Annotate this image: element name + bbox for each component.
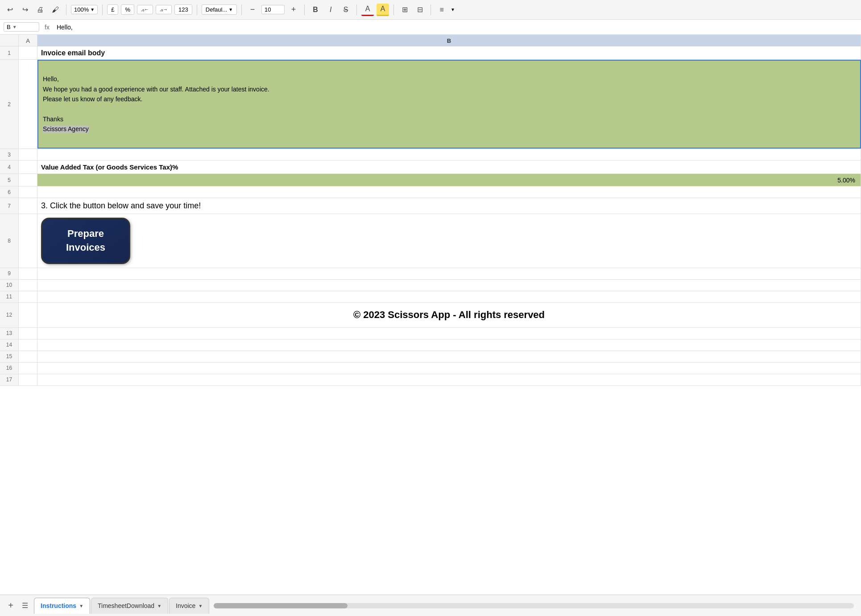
- row-num-14: 14: [0, 339, 19, 351]
- invoice-email-label: Invoice email body: [41, 49, 105, 57]
- percent-label: %: [125, 6, 130, 13]
- cell-b4-vat[interactable]: Value Added Tax (or Goods Services Tax)%: [37, 161, 861, 174]
- cell-a13[interactable]: [19, 328, 37, 339]
- row-num-11: 11: [0, 291, 19, 302]
- bold-btn[interactable]: B: [309, 4, 322, 16]
- row-num-10: 10: [0, 280, 19, 291]
- cell-a15[interactable]: [19, 351, 37, 362]
- percent-btn[interactable]: %: [121, 4, 134, 15]
- table-row: 11: [0, 291, 861, 303]
- strikethrough-btn[interactable]: S: [339, 4, 352, 16]
- fx-label: fx: [42, 24, 52, 31]
- cell-b14[interactable]: [37, 339, 861, 351]
- format-123-label: 123: [178, 6, 188, 13]
- cell-a1[interactable]: [19, 46, 37, 59]
- tab-instructions[interactable]: Instructions ▼: [34, 598, 90, 614]
- font-size-input[interactable]: 10: [261, 5, 285, 14]
- table-row: 5 5.00%: [0, 174, 861, 186]
- cell-b16[interactable]: [37, 363, 861, 374]
- print-icon[interactable]: 🖨: [34, 4, 46, 16]
- table-row: 17: [0, 374, 861, 386]
- dec-increase-btn[interactable]: .₀→: [156, 5, 172, 14]
- cell-a16[interactable]: [19, 363, 37, 374]
- undo-icon[interactable]: ↩: [4, 4, 16, 16]
- font-size-plus-icon[interactable]: +: [287, 4, 300, 16]
- cell-a7[interactable]: [19, 198, 37, 214]
- cell-a2[interactable]: [19, 60, 37, 149]
- cell-b3[interactable]: [37, 149, 861, 160]
- cell-b1[interactable]: Invoice email body: [37, 46, 861, 59]
- font-selector[interactable]: Defaul... ▼: [202, 4, 237, 15]
- cell-a6[interactable]: [19, 186, 37, 198]
- highlight-color-btn[interactable]: A: [377, 4, 389, 16]
- tab-invoice-chevron-icon: ▼: [198, 604, 203, 608]
- currency-btn[interactable]: £: [107, 4, 118, 15]
- dec-decrease-btn[interactable]: .₀←: [137, 5, 153, 14]
- cell-b7-step3[interactable]: 3. Click the button below and save your …: [37, 198, 861, 214]
- row-num-17: 17: [0, 374, 19, 385]
- col-header-b[interactable]: B: [37, 35, 861, 46]
- table-row: 9: [0, 268, 861, 280]
- format-123-btn[interactable]: 123: [174, 4, 192, 15]
- font-label: Defaul...: [206, 6, 227, 13]
- row-num-12: 12: [0, 303, 19, 327]
- align-chevron-icon: ▼: [451, 7, 455, 12]
- table-row: 4 Value Added Tax (or Goods Services Tax…: [0, 161, 861, 174]
- separator-7: [393, 4, 394, 15]
- horizontal-scrollbar[interactable]: [214, 603, 854, 608]
- cell-a3[interactable]: [19, 149, 37, 160]
- redo-icon[interactable]: ↪: [19, 4, 31, 16]
- vat-value: 5.00%: [837, 177, 855, 184]
- font-size-minus-icon[interactable]: −: [246, 4, 259, 16]
- cell-b8-button[interactable]: Prepare Invoices: [37, 214, 861, 268]
- italic-btn[interactable]: I: [324, 4, 337, 16]
- cell-b13[interactable]: [37, 328, 861, 339]
- cell-b2-email[interactable]: Hello, We hope you had a good experience…: [37, 60, 861, 149]
- cell-b5-vat-val[interactable]: 5.00%: [37, 174, 861, 186]
- cell-b12-copyright[interactable]: © 2023 Scissors App - All rights reserve…: [37, 303, 861, 327]
- row-num-5: 5: [0, 174, 19, 186]
- align-btn[interactable]: ≡: [435, 4, 448, 16]
- cell-b6[interactable]: [37, 186, 861, 198]
- cell-a10[interactable]: [19, 280, 37, 291]
- cell-reference-box[interactable]: B ▼: [4, 22, 39, 32]
- add-sheet-button[interactable]: +: [4, 599, 18, 613]
- paint-format-icon[interactable]: 🖌: [49, 4, 62, 16]
- cell-a5[interactable]: [19, 174, 37, 186]
- row-num-1: 1: [0, 46, 19, 59]
- sheet-body: 1 Invoice email body 2 Hello, We hope yo…: [0, 46, 861, 386]
- cell-ref-chevron-icon: ▼: [12, 25, 17, 29]
- row-num-3: 3: [0, 149, 19, 160]
- row-num-2: 2: [0, 60, 19, 149]
- tab-invoice-label: Invoice: [176, 602, 195, 609]
- formula-input[interactable]: [55, 23, 857, 32]
- font-color-btn[interactable]: A: [361, 4, 374, 16]
- scrollbar-thumb: [214, 603, 348, 608]
- cell-b15[interactable]: [37, 351, 861, 362]
- borders-btn[interactable]: ⊞: [398, 4, 411, 16]
- cell-a11[interactable]: [19, 291, 37, 302]
- cell-a17[interactable]: [19, 374, 37, 385]
- cell-b11[interactable]: [37, 291, 861, 302]
- merge-btn[interactable]: ⊟: [414, 4, 426, 16]
- col-header-a[interactable]: A: [19, 35, 37, 46]
- currency-label: £: [111, 6, 114, 13]
- cell-a12[interactable]: [19, 303, 37, 327]
- row-num-4: 4: [0, 161, 19, 174]
- cell-b10[interactable]: [37, 280, 861, 291]
- cell-b9[interactable]: [37, 268, 861, 279]
- zoom-dropdown[interactable]: 100% ▼: [71, 5, 98, 14]
- prepare-invoices-button[interactable]: Prepare Invoices: [41, 218, 130, 264]
- row-num-6: 6: [0, 186, 19, 198]
- tab-timesheetdownload[interactable]: TimesheetDownload ▼: [91, 598, 168, 614]
- cell-a9[interactable]: [19, 268, 37, 279]
- cell-a8[interactable]: [19, 214, 37, 268]
- row-num-8: 8: [0, 214, 19, 268]
- tab-invoice[interactable]: Invoice ▼: [169, 598, 209, 614]
- cell-b17[interactable]: [37, 374, 861, 385]
- col-a-label: A: [26, 37, 30, 44]
- table-row: 2 Hello, We hope you had a good experien…: [0, 60, 861, 149]
- cell-a14[interactable]: [19, 339, 37, 351]
- sheet-menu-button[interactable]: ☰: [18, 599, 32, 613]
- cell-a4[interactable]: [19, 161, 37, 174]
